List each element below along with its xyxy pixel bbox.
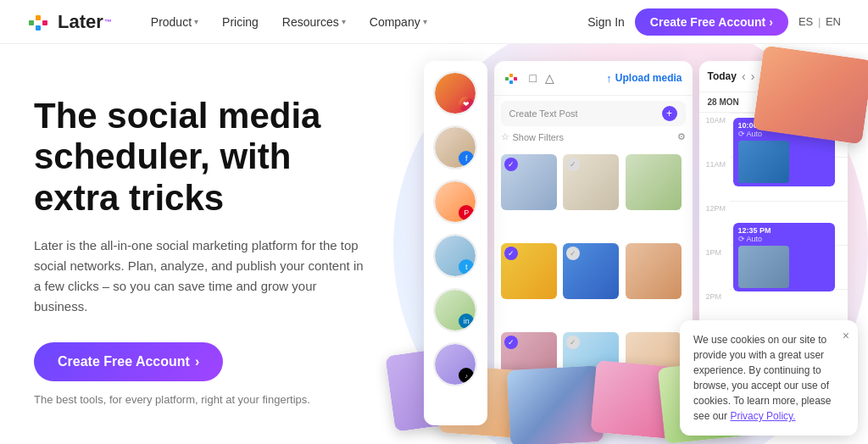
media-cell-2[interactable]: ✓ xyxy=(563,154,619,210)
nav-right: Sign In Create Free Account › ES | EN xyxy=(587,8,841,36)
event-2-label: ⟳ Auto xyxy=(738,235,830,243)
cookie-close-button[interactable]: × xyxy=(843,327,849,345)
language-switcher: ES | EN xyxy=(798,15,841,28)
svg-rect-2 xyxy=(42,20,47,25)
auto-icon: ⟳ xyxy=(738,130,745,138)
resources-chevron-icon: ▾ xyxy=(342,17,346,26)
create-post-bar[interactable]: Create Text Post + xyxy=(501,101,686,126)
dropbox-icon[interactable]: □ xyxy=(530,71,537,85)
hero-description: Later is the all-in-one social marketing… xyxy=(34,236,373,317)
nav-company[interactable]: Company ▾ xyxy=(361,10,436,34)
logo[interactable]: Later™ xyxy=(27,8,112,36)
star-icon: ☆ xyxy=(501,131,509,142)
pinterest-badge: P xyxy=(459,205,474,220)
nav-product[interactable]: Product ▾ xyxy=(142,10,207,34)
cookie-banner: × We use cookies on our site to provide … xyxy=(680,320,858,436)
drive-icon[interactable]: △ xyxy=(545,71,554,85)
nav-cta-button[interactable]: Create Free Account › xyxy=(635,8,788,36)
panel-nav-icons: □ △ xyxy=(530,71,554,85)
today-label: Today xyxy=(708,70,737,82)
hero-left: The social media scheduler, with extra t… xyxy=(0,44,415,444)
upload-media-button[interactable]: ↑ Upload media xyxy=(606,72,682,85)
svg-rect-0 xyxy=(29,20,34,25)
navbar: Later™ Product ▾ Pricing Resources ▾ Com… xyxy=(0,0,868,44)
social-sidebar: ❤ f P t xyxy=(424,61,487,425)
instagram-badge: ❤ xyxy=(459,97,474,112)
svg-rect-5 xyxy=(509,74,513,77)
nav-links: Product ▾ Pricing Resources ▾ Company ▾ xyxy=(142,10,587,34)
product-chevron-icon: ▾ xyxy=(194,17,198,26)
tiktok-badge: ♪ xyxy=(459,368,474,383)
panel-topbar: □ △ ↑ Upload media xyxy=(494,61,693,96)
linkedin-badge: in xyxy=(459,314,474,329)
hero-subtext: The best tools, for every platform, righ… xyxy=(34,393,381,406)
sign-in-button[interactable]: Sign In xyxy=(587,15,625,29)
auto-icon-2: ⟳ xyxy=(738,235,745,243)
cal-prev-button[interactable]: ‹ xyxy=(742,69,746,83)
svg-rect-6 xyxy=(514,77,517,80)
instagram-avatar[interactable]: ❤ xyxy=(433,71,477,115)
show-filters-bar[interactable]: ☆ Show Filters ⚙ xyxy=(501,131,686,142)
svg-rect-1 xyxy=(36,15,41,20)
lang-en[interactable]: EN xyxy=(826,15,841,28)
svg-rect-4 xyxy=(505,77,509,80)
add-post-button[interactable]: + xyxy=(662,106,677,121)
svg-rect-7 xyxy=(509,80,513,84)
lang-es[interactable]: ES xyxy=(798,15,813,28)
scatter-photo-3 xyxy=(507,365,604,444)
pinterest-avatar[interactable]: P xyxy=(433,180,477,224)
nav-pricing[interactable]: Pricing xyxy=(214,10,267,34)
media-check-4: ✓ xyxy=(504,247,518,260)
cal-next-button[interactable]: › xyxy=(751,69,755,83)
facebook-badge: f xyxy=(459,151,474,166)
cookie-text: We use cookies on our site to provide yo… xyxy=(693,334,832,422)
nav-resources[interactable]: Resources ▾ xyxy=(274,10,354,34)
floating-photo xyxy=(753,45,868,144)
media-cell-1[interactable]: ✓ xyxy=(501,154,557,210)
twitter-badge: t xyxy=(459,259,474,275)
media-cell-3[interactable] xyxy=(626,154,682,210)
svg-rect-3 xyxy=(36,25,41,31)
tiktok-avatar[interactable]: ♪ xyxy=(433,342,477,386)
facebook-avatar[interactable]: f xyxy=(433,125,477,169)
twitter-avatar[interactable]: t xyxy=(433,234,477,278)
hero-title: The social media scheduler, with extra t… xyxy=(34,96,381,219)
media-check-1: ✓ xyxy=(504,158,518,171)
company-chevron-icon: ▾ xyxy=(423,17,427,26)
hero-cta-button[interactable]: Create Free Account › xyxy=(34,342,223,381)
filter-icon: ⚙ xyxy=(677,131,686,142)
linkedin-avatar[interactable]: in xyxy=(433,288,477,332)
cookie-privacy-link[interactable]: Privacy Policy. xyxy=(730,410,795,422)
event-2-time: 12:35 PM xyxy=(738,226,830,235)
